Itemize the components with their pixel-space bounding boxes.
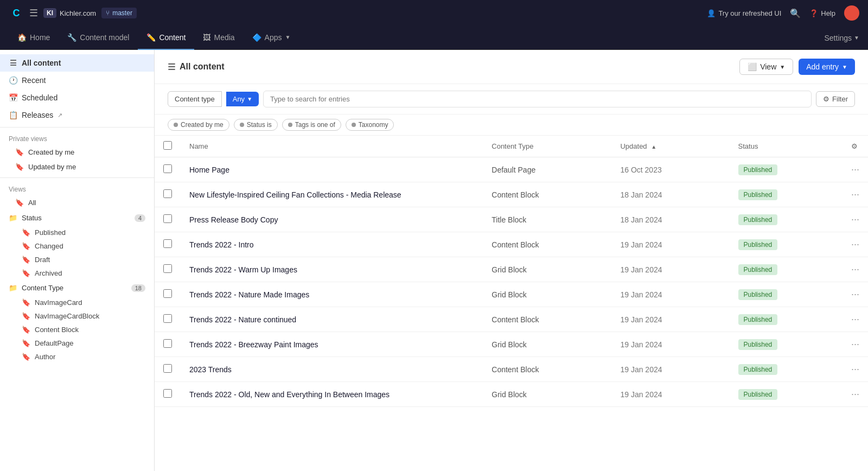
status-badge-1: Published [738,189,778,200]
sidebar-content-type-group[interactable]: 📁 Content Type 18 [0,280,154,296]
row-content-type-3: Content Block [483,232,611,257]
row-checkbox-1[interactable] [163,189,172,198]
row-actions-8[interactable]: ··· [843,357,868,382]
row-name-7[interactable]: Trends 2022 - Breezway Paint Images [181,332,483,357]
row-actions-9[interactable]: ··· [843,382,868,407]
page-title: All content [180,62,225,72]
sidebar-draft[interactable]: 🔖 Draft [0,253,154,266]
row-checkbox-0[interactable] [163,164,172,173]
content-type-header[interactable]: Content Type [483,136,611,157]
table-row: Home Page Default Page 16 Oct 2023 Publi… [155,157,868,182]
status-header[interactable]: Status [730,136,843,157]
row-name-3[interactable]: Trends 2022 - Intro [181,232,483,257]
column-settings-icon[interactable]: ⚙ [851,142,858,150]
row-updated-0: 16 Oct 2023 [611,157,729,182]
select-all-checkbox[interactable] [163,141,172,150]
sidebar-changed[interactable]: 🔖 Changed [0,239,154,253]
branch-name: master [112,9,132,17]
filter-tag-tags-is-one-of[interactable]: Tags is one of [282,119,341,131]
sidebar-content-block[interactable]: 🔖 Content Block [0,323,154,336]
view-button[interactable]: ⬜ View ▼ [739,59,793,75]
sidebar-releases[interactable]: 📋 Releases ↗ [0,106,154,124]
nav-home[interactable]: 🏠 Home [9,26,59,50]
nav-content[interactable]: ✏️ Content [138,26,194,50]
sidebar-nav-image-card-block[interactable]: 🔖 NavImageCardBlock [0,309,154,323]
search-icon[interactable]: 🔍 [790,8,801,18]
top-nav: C ☰ KI Kichler.com ⑂ master 👤 Try our re… [0,0,868,26]
sidebar-published-label: Published [35,228,66,237]
status-badge-5: Published [738,289,778,300]
sidebar-published[interactable]: 🔖 Published [0,226,154,239]
bookmark-icon-nav-image-card: 🔖 [22,298,30,307]
row-actions-4[interactable]: ··· [843,257,868,282]
search-input[interactable] [263,91,812,107]
row-checkbox-5[interactable] [163,289,172,298]
sidebar-default-page[interactable]: 🔖 DefaultPage [0,336,154,350]
row-name-4[interactable]: Trends 2022 - Warm Up Images [181,257,483,282]
row-checkbox-3[interactable] [163,239,172,248]
nav-apps[interactable]: 🔷 Apps ▼ [244,26,299,50]
table-body: Home Page Default Page 16 Oct 2023 Publi… [155,157,868,407]
row-actions-1[interactable]: ··· [843,182,868,207]
sidebar-archived[interactable]: 🔖 Archived [0,266,154,280]
bookmark-icon-changed: 🔖 [22,242,30,250]
add-entry-button[interactable]: Add entry ▼ [799,59,855,75]
sidebar-created-by-me[interactable]: 🔖 Created by me [0,145,154,160]
sidebar-recent[interactable]: 🕐 Recent [0,72,154,89]
filter-button[interactable]: ⚙ Filter [816,91,855,107]
row-name-0[interactable]: Home Page [181,157,483,182]
row-name-9[interactable]: Trends 2022 - Old, New and Everything In… [181,382,483,407]
row-name-1[interactable]: New Lifestyle-Inspired Ceiling Fan Colle… [181,182,483,207]
hamburger-icon[interactable]: ☰ [29,7,38,19]
user-avatar[interactable] [844,5,859,21]
row-checkbox-4[interactable] [163,264,172,273]
bookmark-icon-published: 🔖 [22,228,30,237]
sidebar-all-content[interactable]: ☰ All content [0,54,154,72]
row-name-5[interactable]: Trends 2022 - Nature Made Images [181,282,483,307]
branch-selector[interactable]: ⑂ master [101,8,137,18]
filter-tag-created-by-me[interactable]: Created by me [168,119,229,131]
settings-button[interactable]: Settings ▼ [825,34,860,42]
sidebar-scheduled[interactable]: 📅 Scheduled [0,89,154,106]
row-actions-5[interactable]: ··· [843,282,868,307]
row-checkbox-7[interactable] [163,339,172,348]
row-checkbox-8[interactable] [163,364,172,373]
sidebar-updated-by-me[interactable]: 🔖 Updated by me [0,160,154,174]
row-updated-1: 18 Jan 2024 [611,182,729,207]
row-checkbox-6[interactable] [163,314,172,323]
any-dropdown[interactable]: Any ▼ [226,92,259,106]
row-checkbox-2[interactable] [163,214,172,223]
row-checkbox-9[interactable] [163,389,172,398]
nav-media[interactable]: 🖼 Media [194,26,243,50]
sidebar-nav-image-card[interactable]: 🔖 NavImageCard [0,296,154,309]
nav-content-model[interactable]: 🔧 Content model [59,26,138,50]
row-name-8[interactable]: 2023 Trends [181,357,483,382]
help-button[interactable]: ❓ Help [809,9,835,17]
sidebar-all-content-label: All content [22,59,61,67]
filter-tag-status-is[interactable]: Status is [234,119,278,131]
row-actions-6[interactable]: ··· [843,307,868,332]
filter-tag-status-is-label: Status is [247,121,272,129]
row-actions-2[interactable]: ··· [843,207,868,232]
updated-header[interactable]: Updated ▲ [611,136,729,157]
row-actions-7[interactable]: ··· [843,332,868,357]
settings-column-header[interactable]: ⚙ [843,136,868,157]
filter-tag-taxonomy[interactable]: Taxonomy [346,119,394,131]
row-actions-3[interactable]: ··· [843,232,868,257]
row-actions-0[interactable]: ··· [843,157,868,182]
bookmark-icon-draft: 🔖 [22,256,30,264]
sidebar-status-group[interactable]: 📁 Status 4 [0,210,154,226]
settings-area[interactable]: Settings ▼ [825,34,860,42]
top-nav-right: 👤 Try our refreshed UI 🔍 ❓ Help [707,5,859,21]
sidebar-all[interactable]: 🔖 All [0,195,154,210]
table-header-row: Name Content Type Updated ▲ Status [155,136,868,157]
sidebar-author[interactable]: 🔖 Author [0,350,154,364]
row-checkbox-cell [155,257,181,282]
nav-apps-label: Apps [265,33,282,42]
folder-icon-status: 📁 [9,214,17,222]
content-type-button[interactable]: Content type [168,91,222,107]
row-name-2[interactable]: Press Release Body Copy [181,207,483,232]
refresh-ui-button[interactable]: 👤 Try our refreshed UI [707,9,781,17]
name-header[interactable]: Name [181,136,483,157]
row-name-6[interactable]: Trends 2022 - Nature continued [181,307,483,332]
